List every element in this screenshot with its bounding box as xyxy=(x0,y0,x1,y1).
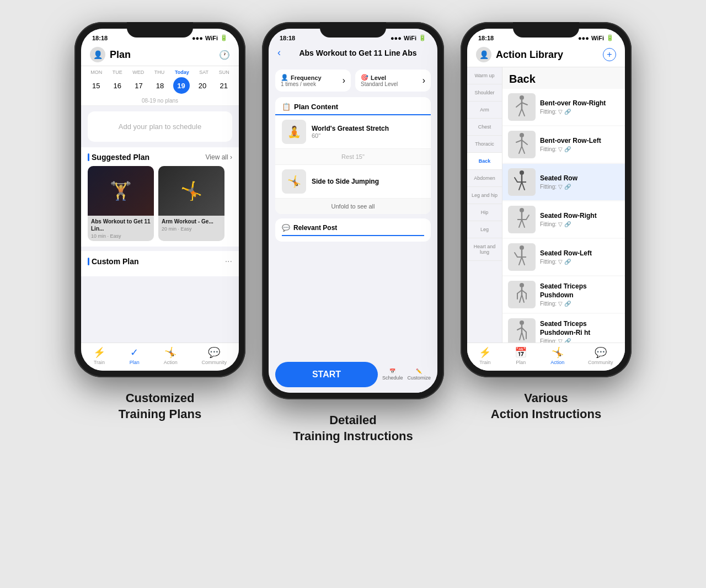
plan-clock-icon[interactable]: 🕐 xyxy=(219,50,230,60)
phone3-battery: 🔋 xyxy=(606,34,614,41)
cat-leghip[interactable]: Leg and hip xyxy=(467,187,502,204)
add-schedule-box[interactable]: Add your plan to schedule xyxy=(88,111,232,142)
cat-leg[interactable]: Leg xyxy=(467,221,502,238)
add-action-button[interactable]: + xyxy=(603,48,616,61)
cat-warmup[interactable]: Warm up xyxy=(467,67,502,84)
action-item-4[interactable]: Seated Row-Left Fitting: ▽ 🔗 xyxy=(502,239,625,275)
cat-abdomen[interactable]: Abdomen xyxy=(467,170,502,187)
nav-action[interactable]: 🤸 Action xyxy=(164,346,178,365)
nav-community[interactable]: 💬 Community xyxy=(202,346,227,365)
nav3-community[interactable]: 💬 Community xyxy=(588,346,613,365)
cal-day-6: SUN xyxy=(219,70,229,75)
cat-thoracic[interactable]: Thoracic xyxy=(467,136,502,153)
phone1-notch xyxy=(127,22,193,38)
svg-line-2 xyxy=(516,103,522,107)
add-schedule-text: Add your plan to schedule xyxy=(119,122,201,131)
freq-box[interactable]: 👤 Frequency 1 times / week › xyxy=(275,70,351,92)
library-title-row: 👤 Action Library xyxy=(476,47,563,62)
cat-hip[interactable]: Hip xyxy=(467,204,502,221)
train-icon: ⚡ xyxy=(93,346,105,359)
level-info: 🎯 Level Standard Level xyxy=(361,74,398,87)
custom-plan-more[interactable]: ··· xyxy=(225,256,232,266)
svg-line-10 xyxy=(519,146,522,153)
phone3-caption: VariousAction Instructions xyxy=(491,391,601,422)
freq-level-row: 👤 Frequency 1 times / week › 🎯 Level xyxy=(269,64,437,97)
cal-dates: 15 16 17 18 19 20 21 xyxy=(85,77,234,94)
freq-value: 1 times / week xyxy=(281,81,322,87)
plan-card-1[interactable]: 🤸 Arm Workout - Ge... 20 min · Easy xyxy=(158,166,224,241)
library-body: Warm up Shoulder Arm Chest Thoracic Back… xyxy=(467,67,625,371)
action-icon: 🤸 xyxy=(164,346,176,359)
action-name-4: Seated Row-Left xyxy=(540,249,619,258)
unfold-bar[interactable]: Unfold to see all xyxy=(275,199,431,214)
cal-day-1: TUE xyxy=(113,70,122,75)
nav-train[interactable]: ⚡ Train xyxy=(93,346,105,365)
plan-avatar: 👤 xyxy=(90,47,105,62)
nav3-plan[interactable]: 📅 Plan xyxy=(515,346,527,365)
fitting-icon-2: ▽ 🔗 xyxy=(558,184,571,190)
svg-line-23 xyxy=(526,215,529,220)
cat-back[interactable]: Back xyxy=(467,153,502,170)
customize-icon: ✏️ xyxy=(416,368,422,374)
svg-point-0 xyxy=(520,95,524,100)
cal-date-6[interactable]: 21 xyxy=(216,77,232,94)
phone1-wifi: WiFi xyxy=(205,35,218,41)
cal-date-today[interactable]: 19 xyxy=(173,77,190,94)
cal-day-0: MON xyxy=(90,70,102,75)
svg-line-11 xyxy=(522,146,525,153)
plan-icon: ✓ xyxy=(130,346,138,359)
plan-card-meta-1: 20 min · Easy xyxy=(158,226,224,234)
action-item-2[interactable]: Seated Row Fitting: ▽ 🔗 xyxy=(502,164,625,200)
action-name-0: Bent-over Row-Right xyxy=(540,99,619,108)
library-title: Action Library xyxy=(496,49,563,61)
exercise-item-0[interactable]: 🧘 World's Greatest Stretch 60" xyxy=(275,115,431,149)
back-section-title: Back xyxy=(502,67,625,89)
workout-title: Abs Workout to Get 11 Line Abs xyxy=(287,49,429,57)
plan-card-0[interactable]: 🏋️ Abs Workout to Get 11 Lin... 10 min ·… xyxy=(88,166,154,241)
phone3-bottom-nav: ⚡ Train 📅 Plan 🤸 Action 💬 Community xyxy=(467,343,625,371)
cat-shoulder[interactable]: Shoulder xyxy=(467,84,502,101)
cal-day-2: WED xyxy=(132,70,144,75)
back-button[interactable]: ‹ xyxy=(277,47,281,58)
action-thumb-4 xyxy=(508,243,536,271)
cal-date-5[interactable]: 20 xyxy=(194,77,211,94)
action-item-1[interactable]: Bent-over Row-Left Fitting: ▽ 🔗 xyxy=(502,126,625,163)
action-item-5[interactable]: Seated Triceps Pushdown Fitting: ▽ 🔗 xyxy=(502,276,625,313)
action-thumb-6 xyxy=(508,318,536,346)
plan-content-title: Plan Content xyxy=(294,103,338,111)
cal-date-2[interactable]: 17 xyxy=(130,77,147,94)
action-info-1: Bent-over Row-Left Fitting: ▽ 🔗 xyxy=(540,137,619,153)
view-all-link[interactable]: View all › xyxy=(206,153,232,161)
action-name-6: Seated Triceps Pushdown-Ri ht xyxy=(540,320,619,337)
cal-date-3[interactable]: 18 xyxy=(152,77,168,94)
exercise-info-1: Side to Side Jumping xyxy=(312,178,424,185)
freq-icon: 👤 xyxy=(281,74,288,81)
svg-line-22 xyxy=(522,220,525,227)
schedule-btn[interactable]: 📅 Schedule xyxy=(382,368,403,381)
action-item-0[interactable]: Bent-over Row-Right Fitting: ▽ 🔗 xyxy=(502,89,625,125)
phone3-signal: ●●● xyxy=(578,35,589,41)
customize-label: Customize xyxy=(407,375,431,381)
svg-line-37 xyxy=(522,295,524,302)
cat-chest[interactable]: Chest xyxy=(467,119,502,136)
svg-point-30 xyxy=(520,283,524,287)
customize-btn[interactable]: ✏️ Customize xyxy=(407,368,431,381)
start-button[interactable]: START xyxy=(275,362,378,387)
fitting-label-3: Fitting: xyxy=(540,221,557,227)
nav-plan[interactable]: ✓ Plan xyxy=(130,346,140,365)
cal-date-0[interactable]: 15 xyxy=(88,77,104,94)
community3-icon: 💬 xyxy=(595,346,607,359)
svg-point-18 xyxy=(520,208,524,212)
cal-date-1[interactable]: 16 xyxy=(109,77,126,94)
schedule-icon: 📅 xyxy=(389,368,395,374)
action-item-3[interactable]: Seated Row-Right Fitting: ▽ 🔗 xyxy=(502,201,625,238)
action-name-1: Bent-over Row-Left xyxy=(540,137,619,146)
plan-title-row: 👤 Plan xyxy=(90,47,131,62)
level-box[interactable]: 🎯 Level Standard Level › xyxy=(355,70,431,92)
cat-heartlung[interactable]: Heart and lung xyxy=(467,238,502,261)
phone2-col: 18:18 ●●● WiFi 🔋 ‹ Abs Workout to Get 11… xyxy=(262,22,444,444)
exercise-item-1[interactable]: 🤸 Side to Side Jumping xyxy=(275,165,431,199)
nav3-train[interactable]: ⚡ Train xyxy=(479,346,491,365)
cat-arm[interactable]: Arm xyxy=(467,101,502,119)
nav3-action[interactable]: 🤸 Action xyxy=(550,346,564,365)
